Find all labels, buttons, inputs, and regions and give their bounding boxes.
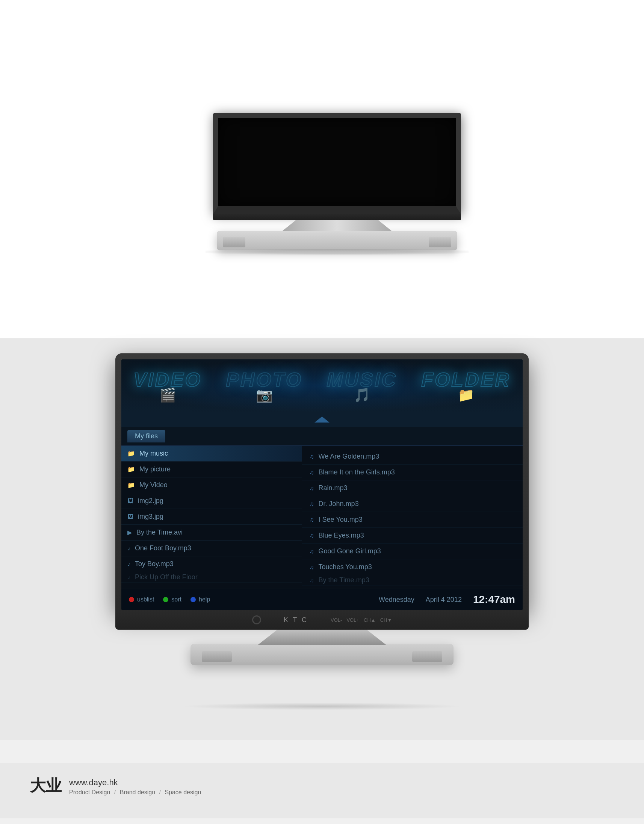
vol-minus-label[interactable]: VOL- (331, 617, 342, 623)
help-label: help (199, 596, 210, 603)
tv-frame: VIDEO 🎬 PHOTO 📷 MUSIC 🎵 FOLDER 📁 (115, 354, 529, 610)
separator-1: / (114, 789, 118, 795)
file-item-myvideo[interactable]: 📁 My Video (121, 477, 302, 493)
music-item-4[interactable]: ♫ I See You.mp3 (302, 512, 523, 528)
usb-list-button[interactable]: usblist (129, 596, 154, 603)
file-item-label: My music (140, 450, 168, 458)
music-item-label: Rain.mp3 (319, 484, 348, 492)
footer-tagline: Product Design / Brand design / Space de… (69, 789, 201, 796)
tagline-space: Space design (164, 789, 201, 795)
music-item-1[interactable]: ♫ Blame It on the Girls.mp3 (302, 464, 523, 480)
date-display: April 4 2012 (426, 596, 462, 604)
category-music[interactable]: MUSIC 🎵 (327, 368, 397, 403)
separator-2: / (159, 789, 162, 795)
image-icon: 🖼 (127, 513, 133, 520)
breadcrumb-tab[interactable]: My files (127, 430, 165, 443)
music-item-6[interactable]: ♫ Good Gone Girl.mp3 (302, 544, 523, 560)
music-item-label: We Are Golden.mp3 (319, 453, 379, 461)
bezel-controls: VOL- VOL+ CH▲ CH▼ (331, 617, 392, 623)
blue-dot-icon (190, 597, 196, 602)
tv-bottom-bezel: K T C VOL- VOL+ CH▲ CH▼ (115, 610, 529, 630)
help-button[interactable]: help (190, 596, 210, 603)
music-note-icon: ♫ (310, 532, 314, 539)
file-item-label: My Video (140, 481, 167, 489)
music-item-label: I See You.mp3 (319, 516, 363, 524)
file-item-toyboy[interactable]: ♪ Toy Boy.mp3 (121, 557, 302, 572)
status-buttons: usblist sort help (129, 596, 210, 603)
status-bar: usblist sort help Wednesday Apr (121, 589, 523, 610)
file-item-label: img2.jpg (138, 497, 163, 505)
audio-icon: ♪ (127, 574, 130, 581)
ch-minus-label[interactable]: CH▲ (364, 617, 376, 623)
category-bar: VIDEO 🎬 PHOTO 📷 MUSIC 🎵 FOLDER 📁 (121, 360, 523, 412)
music-item-label: Blue Eyes.mp3 (319, 532, 364, 540)
category-folder[interactable]: FOLDER 📁 (421, 368, 511, 403)
video-icon: ▶ (127, 529, 132, 536)
music-note-icon: ♫ (310, 501, 314, 507)
file-item-bythetime[interactable]: ▶ By the Time.avi (121, 525, 302, 541)
power-button[interactable] (252, 615, 261, 624)
music-item-2[interactable]: ♫ Rain.mp3 (302, 480, 523, 496)
music-item-label: Touches You.mp3 (319, 563, 372, 571)
folder-icon: 📁 (127, 481, 135, 489)
file-item-img3[interactable]: 🖼 img3.jpg (121, 509, 302, 525)
expand-indicator (121, 412, 523, 427)
music-item-label: By the Time.mp3 (319, 576, 370, 584)
audio-icon: ♪ (127, 561, 130, 567)
brand-label: K T C (284, 616, 308, 624)
music-item-0[interactable]: ♫ We Are Golden.mp3 (302, 449, 523, 464)
music-item-5[interactable]: ♫ Blue Eyes.mp3 (302, 528, 523, 544)
footer-url[interactable]: www.daye.hk (69, 778, 201, 787)
music-note-icon: ♫ (310, 485, 314, 492)
file-item-mypicture[interactable]: 📁 My picture (121, 462, 302, 477)
music-item-label: Dr. John.mp3 (319, 500, 359, 508)
stand-foot-right (412, 651, 442, 662)
category-video[interactable]: VIDEO 🎬 (133, 368, 202, 403)
music-note-icon: ♫ (310, 517, 314, 523)
music-item-3[interactable]: ♫ Dr. John.mp3 (302, 496, 523, 512)
day-display: Wednesday (379, 596, 414, 604)
folder-label: FOLDER (421, 368, 511, 391)
image-icon: 🖼 (127, 498, 133, 504)
stand-foot-left (202, 651, 232, 662)
vol-plus-label[interactable]: VOL+ (347, 617, 359, 623)
file-item-label: Toy Boy.mp3 (135, 560, 173, 568)
file-item-label: One Foot Boy.mp3 (135, 544, 191, 552)
file-item-onefootboy[interactable]: ♪ One Foot Boy.mp3 (121, 541, 302, 557)
bottom-section: VIDEO 🎬 PHOTO 📷 MUSIC 🎵 FOLDER 📁 (0, 338, 644, 740)
music-item-7[interactable]: ♫ Touches You.mp3 (302, 560, 523, 575)
file-item-mymusic[interactable]: 📁 My music (121, 446, 302, 462)
music-note-icon: ♫ (310, 469, 314, 476)
music-item-8[interactable]: ♫ By the Time.mp3 (302, 575, 523, 586)
file-item-label: Pick Up Off the Floor (135, 573, 198, 581)
file-list-panel: 📁 My music 📁 My picture 📁 My Video (121, 446, 302, 589)
tv-with-ui: VIDEO 🎬 PHOTO 📷 MUSIC 🎵 FOLDER 📁 (115, 354, 529, 710)
file-item-pickup[interactable]: ♪ Pick Up Off the Floor (121, 572, 302, 583)
tv-screen: VIDEO 🎬 PHOTO 📷 MUSIC 🎵 FOLDER 📁 (121, 360, 523, 610)
music-note-icon: ♫ (310, 577, 314, 584)
footer: 大业 www.daye.hk Product Design / Brand de… (0, 763, 644, 818)
sort-button[interactable]: sort (163, 596, 181, 603)
file-item-label: My picture (140, 465, 170, 473)
photo-label: PHOTO (226, 368, 302, 391)
footer-text: www.daye.hk Product Design / Brand desig… (69, 778, 201, 796)
audio-icon: ♪ (127, 545, 130, 552)
ch-plus-label[interactable]: CH▼ (380, 617, 392, 623)
music-item-label: Good Gone Girl.mp3 (319, 547, 381, 555)
red-dot-icon (129, 597, 134, 602)
music-label: MUSIC (327, 368, 397, 391)
stand-shadow (181, 703, 463, 710)
breadcrumb-bar: My files (121, 427, 523, 446)
music-list-panel: ♫ We Are Golden.mp3 ♫ Blame It on the Gi… (302, 446, 523, 589)
browser-content: 📁 My music 📁 My picture 📁 My Video (121, 446, 523, 589)
usb-list-label: usblist (137, 596, 154, 603)
time-display: 12:47am (473, 593, 515, 606)
category-photo[interactable]: PHOTO 📷 (226, 368, 302, 403)
stand-neck (258, 630, 386, 645)
tv-stand (115, 630, 529, 710)
datetime-display: Wednesday April 4 2012 12:47am (379, 593, 515, 606)
video-label: VIDEO (133, 368, 202, 391)
folder-icon: 📁 (127, 450, 135, 457)
file-item-img2[interactable]: 🖼 img2.jpg (121, 493, 302, 509)
music-item-label: Blame It on the Girls.mp3 (319, 468, 395, 476)
